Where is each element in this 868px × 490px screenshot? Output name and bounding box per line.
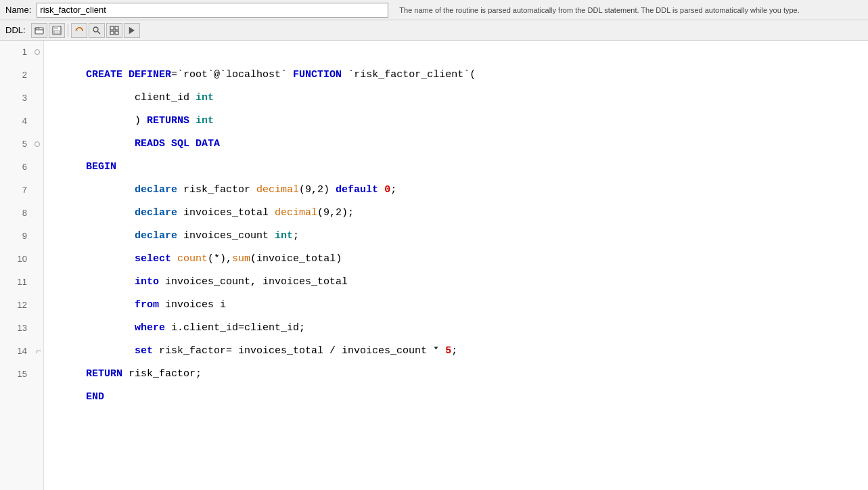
line-row: 12: [0, 294, 43, 317]
line-row: 2: [0, 64, 43, 87]
line-row: 13: [0, 317, 43, 340]
line-row: 8: [0, 202, 43, 225]
svg-line-6: [97, 31, 100, 34]
code-line-6: declare risk_factor decimal(9,2) default…: [49, 156, 868, 179]
line-row: 4: [0, 110, 43, 133]
search-button[interactable]: [89, 23, 105, 38]
execute-button[interactable]: [124, 23, 140, 38]
svg-rect-10: [115, 31, 118, 35]
undo-button[interactable]: [71, 23, 87, 38]
line-row: 11: [0, 271, 43, 294]
svg-rect-8: [115, 26, 118, 30]
svg-rect-9: [110, 31, 114, 35]
svg-rect-2: [54, 26, 58, 29]
code-line-1: CREATE DEFINER=`root`@`localhost` FUNCTI…: [49, 41, 868, 64]
line-numbers: 1 2 3 4 5 6: [0, 41, 44, 490]
format-button[interactable]: [106, 23, 122, 38]
code-content[interactable]: CREATE DEFINER=`root`@`localhost` FUNCTI…: [44, 41, 868, 490]
svg-marker-11: [129, 27, 135, 34]
line-row: 15: [0, 363, 43, 386]
hint-text: The name of the routine is parsed automa…: [399, 6, 863, 14]
editor-area[interactable]: 1 2 3 4 5 6: [0, 41, 868, 490]
name-input[interactable]: [37, 3, 388, 18]
svg-point-5: [93, 27, 98, 32]
line-row: 1: [0, 41, 43, 64]
fold-dot-5: [32, 133, 42, 156]
ddl-bar: DDL:: [0, 20, 868, 41]
line-row: 7: [0, 179, 43, 202]
svg-rect-7: [110, 26, 114, 30]
line-row: 10: [0, 248, 43, 271]
fold-dot-1: [32, 41, 42, 64]
svg-rect-3: [54, 30, 60, 34]
open-button[interactable]: [31, 23, 47, 38]
line-row: 14 ⌐: [0, 340, 43, 363]
name-label: Name:: [5, 5, 31, 15]
ddl-label: DDL:: [5, 25, 26, 35]
line-row: 5: [0, 133, 43, 156]
line-row: 3: [0, 87, 43, 110]
save-button[interactable]: [49, 23, 65, 38]
line-row: 9: [0, 225, 43, 248]
line-row: 6: [0, 156, 43, 179]
toolbar-sep-1: [68, 24, 68, 37]
name-bar: Name: The name of the routine is parsed …: [0, 0, 868, 20]
